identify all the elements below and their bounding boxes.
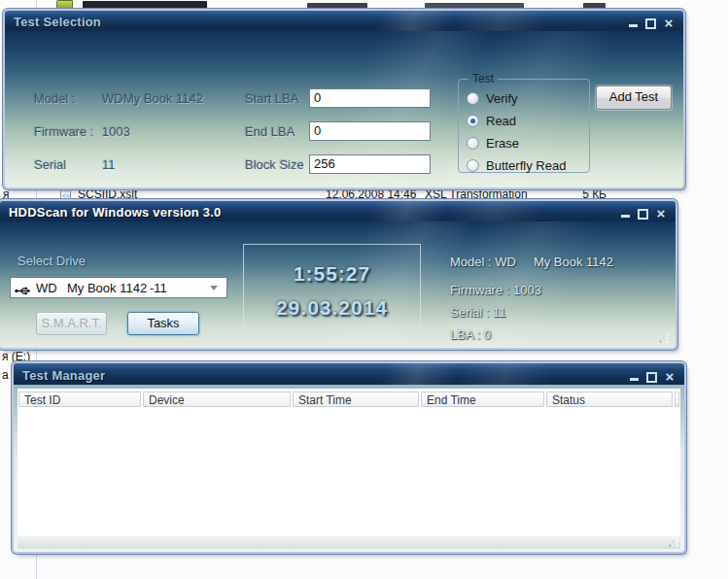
clipped-file-name [83, 1, 207, 9]
drive-label-fragment: я (Е:) [2, 350, 30, 363]
file-name: SCSIID.xslt [78, 187, 137, 201]
clock-time: 1:55:27 [244, 262, 420, 286]
test-selection-body: Model : WD My Book 1142 Firmware : 1003 … [5, 31, 683, 187]
file-size: 5 КБ [572, 187, 607, 201]
window-title: Test Manager [22, 368, 105, 383]
close-icon[interactable] [665, 370, 674, 383]
model-name-value: My Book 1142 [123, 91, 203, 106]
serial-label: Serial [34, 157, 66, 172]
smart-button[interactable]: S.M.A.R.T. [36, 312, 107, 335]
svg-text:<>: <> [62, 192, 70, 199]
usb-icon [15, 283, 32, 300]
hddscan-body: Select Drive WD My Book 1142 -11 [0, 221, 676, 348]
clipped-file-size [583, 3, 606, 9]
chevron-down-icon[interactable] [210, 286, 218, 290]
test-manager-window: Test Manager Test ID Device Start Time E… [14, 363, 684, 552]
column-end-time[interactable]: End Time [421, 392, 544, 407]
radio-erase[interactable]: Erase [467, 132, 589, 154]
test-selection-titlebar[interactable]: Test Selection [5, 11, 683, 31]
radio-circle-icon[interactable] [467, 159, 479, 172]
radio-read[interactable]: Read [467, 110, 589, 132]
test-manager-body: Test ID Device Start Time End Time Statu… [14, 385, 684, 552]
radio-circle-icon[interactable] [467, 92, 479, 105]
tasks-button[interactable]: Tasks [127, 312, 199, 335]
maximize-icon[interactable] [645, 18, 656, 29]
minimize-icon[interactable] [621, 215, 630, 218]
test-manager-titlebar[interactable]: Test Manager [14, 363, 684, 385]
test-group-legend: Test [468, 72, 498, 85]
drive-select-dropdown[interactable]: WD My Book 1142 -11 [10, 277, 227, 298]
file-date: 12.06.2008 14:46 [326, 187, 416, 201]
close-icon[interactable] [664, 17, 673, 29]
block-size-label: Block Size [245, 157, 304, 172]
info-lba: LBA : 0 [450, 327, 491, 342]
file-type: XSL Transformation [425, 187, 528, 201]
model-vendor-value: WD [102, 91, 123, 106]
end-lba-input[interactable]: 0 [309, 121, 431, 141]
firmware-value: 1003 [102, 124, 130, 139]
hddscan-titlebar[interactable]: HDDScan for Windows version 3.0 [0, 201, 676, 221]
minimize-icon[interactable] [630, 378, 639, 381]
column-start-time[interactable]: Start Time [293, 392, 419, 407]
test-list-header: Test ID Device Start Time End Time Statu… [18, 392, 679, 407]
info-model: Model : WDMy Book 1142 [450, 255, 613, 269]
model-label: Model : [34, 91, 76, 106]
clipped-file-icon [56, 0, 73, 10]
firmware-label: Firmware : [34, 124, 93, 139]
desktop: я <> SCSIID.xslt 12.06.2008 14:46 XSL Tr… [0, 0, 728, 579]
explorer-file-row[interactable]: <> SCSIID.xslt 12.06.2008 14:46 XSL Tran… [0, 187, 690, 200]
column-device[interactable]: Device [143, 392, 291, 407]
radio-selected-icon[interactable] [467, 115, 479, 127]
radio-verify[interactable]: Verify [467, 87, 589, 110]
start-lba-input[interactable]: 0 [309, 88, 431, 108]
clipped-file-type [425, 3, 524, 9]
column-status[interactable]: Status [546, 392, 673, 407]
hddscan-main-window: HDDScan for Windows version 3.0 Select D… [0, 201, 676, 348]
radio-butterfly-read[interactable]: Butterfly Read [467, 154, 589, 177]
radio-circle-icon[interactable] [467, 137, 479, 150]
clipped-file-date [307, 3, 367, 9]
drive-vendor: WD [36, 281, 57, 295]
end-lba-label: End LBA [245, 124, 295, 139]
clock-panel: 1:55:27 29.03.2014 [243, 244, 421, 346]
column-test-id[interactable]: Test ID [18, 392, 141, 407]
drive-suffix: -11 [150, 281, 167, 295]
info-firmware: Firmware : 1003 [450, 283, 541, 297]
test-selection-window: Test Selection Model : WD My Book 1142 F… [5, 11, 683, 187]
add-test-button[interactable]: Add Test [596, 85, 672, 110]
test-type-group: Test Verify Read Erase Butterfly Read [458, 72, 590, 173]
test-list[interactable]: Test ID Device Start Time End Time Statu… [17, 389, 680, 536]
resize-grip[interactable] [658, 332, 670, 344]
select-drive-label: Select Drive [17, 254, 86, 268]
window-title: Test Selection [14, 15, 101, 29]
info-serial: Serial : 11 [450, 305, 506, 320]
maximize-icon[interactable] [638, 209, 648, 220]
minimize-icon[interactable] [629, 24, 638, 27]
clock-date: 29.03.2014 [244, 296, 420, 320]
window-title: HDDScan for Windows version 3.0 [9, 205, 221, 220]
start-lba-label: Start LBA [245, 91, 299, 106]
drive-model: My Book 1142 [67, 281, 147, 295]
explorer-text-fragment-low: a [2, 368, 9, 382]
serial-value: 11 [102, 157, 116, 172]
block-size-input[interactable]: 256 [309, 154, 431, 174]
maximize-icon[interactable] [646, 372, 657, 383]
close-icon[interactable] [656, 207, 665, 220]
column-stub [675, 392, 679, 407]
test-manager-statusbar [17, 537, 680, 549]
resize-grip[interactable] [668, 536, 679, 548]
